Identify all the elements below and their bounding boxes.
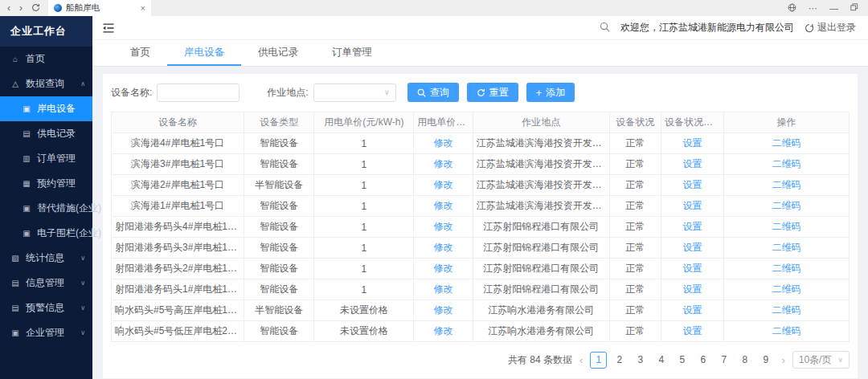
qrcode-link[interactable]: 二维码: [772, 242, 800, 253]
qrcode-link[interactable]: 二维码: [772, 221, 800, 232]
browser-tab[interactable]: 船舶岸电 ×: [48, 0, 151, 16]
more-icon[interactable]: ⋯: [809, 4, 817, 13]
tab-订单管理[interactable]: 订单管理: [315, 40, 389, 66]
settings-link[interactable]: 设置: [682, 137, 702, 149]
sidebar-item-alternative-measures[interactable]: ▣替代措施(企业): [0, 196, 92, 221]
cell: 滨海港2#岸电桩1号口: [112, 175, 244, 196]
browser-tab-title: 船舶岸电: [66, 2, 137, 14]
modify-link[interactable]: 修改: [434, 283, 453, 295]
chevron-down-icon: ∨: [384, 88, 390, 96]
table-row: 滨海港2#岸电桩1号口半智能设备1修改江苏盐城港滨海港投资开发有限公司正常设置二…: [112, 175, 850, 196]
page-1[interactable]: 1: [590, 352, 607, 369]
add-button[interactable]: + 添加: [526, 83, 575, 102]
forward-icon[interactable]: ›: [19, 3, 23, 13]
modify-link[interactable]: 修改: [434, 242, 453, 253]
tab-供电记录[interactable]: 供电记录: [241, 40, 315, 66]
modify-link[interactable]: 修改: [434, 221, 453, 232]
settings-link[interactable]: 设置: [682, 325, 702, 336]
page-7[interactable]: 7: [715, 352, 732, 369]
page-5[interactable]: 5: [674, 352, 690, 369]
cell: 江苏射阳锦程港口有限公司: [473, 259, 609, 279]
settings-link[interactable]: 设置: [682, 200, 702, 211]
sidebar-item-shore-power-device[interactable]: ▣岸电设备: [0, 96, 92, 121]
qrcode-link[interactable]: 二维码: [772, 179, 800, 190]
cell: 智能设备: [244, 196, 314, 217]
search-icon[interactable]: [600, 22, 610, 35]
table-row: 滨海港4#岸电桩1号口智能设备1修改江苏盐城港滨海港投资开发有限公司正常设置二维…: [112, 133, 850, 154]
settings-link[interactable]: 设置: [682, 263, 702, 274]
settings-link[interactable]: 设置: [682, 221, 702, 232]
qrcode-link[interactable]: 二维码: [772, 158, 800, 169]
cell: 1: [314, 133, 414, 154]
column-header: 设备状况设置: [661, 112, 723, 133]
next-page-icon[interactable]: ›: [780, 354, 786, 366]
restore-icon[interactable]: [850, 3, 858, 13]
column-header: 设备类型: [244, 112, 314, 133]
table-row: 射阳港港务码头2#岸电桩1号口智能设备1修改江苏射阳锦程港口有限公司正常设置二维…: [112, 259, 850, 279]
device-name-input[interactable]: [157, 84, 240, 102]
page-9[interactable]: 9: [757, 352, 774, 369]
logout-button[interactable]: 退出登录: [805, 21, 856, 35]
site-favicon: [54, 4, 62, 12]
modify-link[interactable]: 修改: [434, 304, 453, 316]
sidebar-item-home[interactable]: ⌂首页: [0, 47, 92, 71]
sidebar-item-enterprise-management[interactable]: ▣企业管理∨: [0, 320, 92, 345]
settings-link[interactable]: 设置: [682, 283, 702, 295]
sidebar-item-info-management[interactable]: ▤信息管理∨: [0, 271, 92, 295]
page-8[interactable]: 8: [736, 352, 753, 369]
modify-link[interactable]: 修改: [434, 200, 453, 211]
cell: 江苏盐城港滨海港投资开发有限公司: [473, 154, 609, 175]
globe-icon[interactable]: [788, 3, 796, 14]
page-6[interactable]: 6: [694, 352, 711, 369]
sidebar-item-power-supply-record[interactable]: ▤供电记录: [0, 121, 92, 146]
back-icon[interactable]: ‹: [7, 3, 10, 13]
location-select[interactable]: ∨: [313, 84, 396, 102]
page-4[interactable]: 4: [653, 352, 669, 369]
reset-button[interactable]: 重置: [467, 83, 518, 102]
prev-page-icon[interactable]: ‹: [578, 354, 584, 366]
sidebar-item-data-query[interactable]: △数据查询∧: [0, 71, 92, 96]
record-icon: ▤: [22, 129, 31, 138]
qrcode-link[interactable]: 二维码: [772, 325, 800, 336]
qrcode-link[interactable]: 二维码: [772, 263, 800, 274]
table-row: 射阳港港务码头3#岸电桩1号口智能设备1修改江苏射阳锦程港口有限公司正常设置二维…: [112, 238, 850, 259]
modify-link[interactable]: 修改: [434, 137, 453, 149]
sidebar-item-order-management[interactable]: ▥订单管理: [0, 146, 92, 171]
content-area: 设备名称: 作业地点: ∨ 查询 重置: [92, 67, 868, 379]
qrcode-link[interactable]: 二维码: [772, 137, 800, 149]
cell: 江苏射阳锦程港口有限公司: [473, 279, 609, 300]
cell: 智能设备: [244, 259, 314, 279]
modify-link[interactable]: 修改: [434, 179, 453, 190]
table-row: 射阳港港务码头1#岸电桩1号口智能设备1修改江苏射阳锦程港口有限公司正常设置二维…: [112, 279, 850, 300]
sidebar: 企业工作台 ⌂首页△数据查询∧▣岸电设备▤供电记录▥订单管理▦预约管理▣替代措施…: [0, 16, 92, 379]
data-query-icon: △: [10, 79, 20, 88]
modify-link[interactable]: 修改: [434, 158, 453, 169]
sidebar-item-label: 预约管理: [37, 177, 76, 190]
sidebar-item-electronic-fence[interactable]: ▣电子围栏(企业): [0, 221, 92, 246]
qrcode-link[interactable]: 二维码: [772, 200, 800, 211]
modify-link[interactable]: 修改: [434, 263, 453, 274]
sidebar-item-warning-info[interactable]: ▤预警信息∨: [0, 295, 92, 320]
cell: 正常: [609, 196, 661, 217]
qrcode-link[interactable]: 二维码: [772, 304, 800, 316]
qrcode-link[interactable]: 二维码: [772, 283, 800, 295]
settings-link[interactable]: 设置: [682, 304, 702, 316]
settings-link[interactable]: 设置: [682, 242, 702, 253]
settings-link[interactable]: 设置: [682, 179, 702, 190]
page-size-select[interactable]: 10条/页 ∨: [792, 351, 850, 369]
search-button[interactable]: 查询: [407, 83, 459, 102]
tab-岸电设备[interactable]: 岸电设备: [167, 40, 241, 66]
page-2[interactable]: 2: [611, 352, 628, 369]
minimize-icon[interactable]: —: [829, 4, 838, 13]
settings-link[interactable]: 设置: [682, 158, 702, 169]
reload-icon[interactable]: [31, 3, 40, 14]
filter-bar: 设备名称: 作业地点: ∨ 查询 重置: [111, 83, 850, 102]
menu-fold-icon[interactable]: [102, 22, 115, 34]
sidebar-menu: ⌂首页△数据查询∧▣岸电设备▤供电记录▥订单管理▦预约管理▣替代措施(企业)▣电…: [0, 47, 92, 345]
tab-close-icon[interactable]: ×: [141, 3, 145, 13]
sidebar-item-statistics-info[interactable]: ▧统计信息∨: [0, 246, 92, 271]
sidebar-item-reservation-management[interactable]: ▦预约管理: [0, 171, 92, 196]
modify-link[interactable]: 修改: [434, 325, 453, 336]
tab-首页[interactable]: 首页: [113, 40, 167, 66]
page-3[interactable]: 3: [632, 352, 649, 369]
